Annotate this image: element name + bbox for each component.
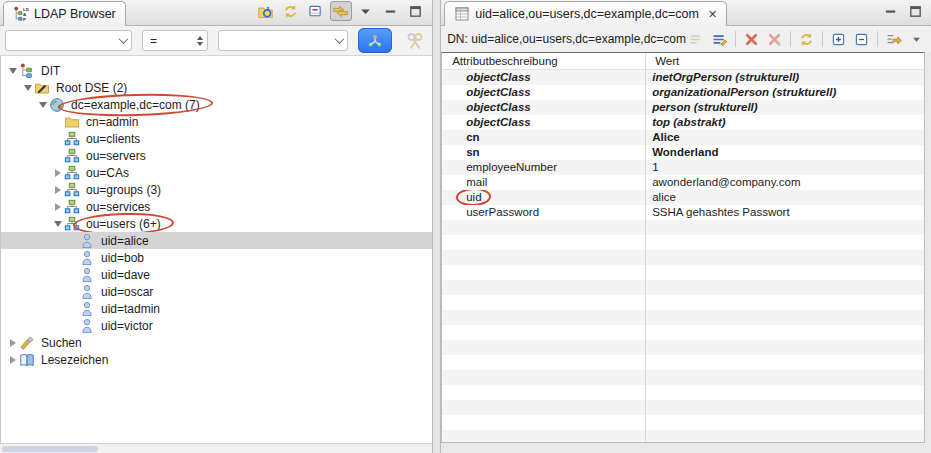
tree-item-lesezeichen[interactable]: Lesezeichen [1, 351, 432, 368]
attribute-row-uid-8[interactable]: uidalice [442, 190, 924, 205]
collapse-values-icon[interactable] [851, 30, 872, 49]
search-operator-combo[interactable]: = [142, 30, 208, 51]
attribute-value-cell[interactable]: person (strukturell) [645, 100, 924, 115]
attribute-row-objectclass-2[interactable]: objectClassperson (strukturell) [442, 100, 924, 115]
attribute-row-sn-5[interactable]: snWonderland [442, 145, 924, 160]
tree-item-cn-admin[interactable]: cn=admin [1, 113, 432, 130]
tree-item-uid-tadmin[interactable]: uid=tadmin [1, 300, 432, 317]
tree-item-dc-example-dc-com-7-[interactable]: dc=example,dc=com (7) [1, 96, 432, 113]
tree-item-root-dse-2-[interactable]: Root DSE (2) [1, 79, 432, 96]
open-search-dialog-icon[interactable] [255, 1, 277, 21]
maximize-icon[interactable] [405, 1, 427, 21]
person-icon [79, 301, 95, 317]
tree-item-suchen[interactable]: Suchen [1, 334, 432, 351]
search-operator-value: = [143, 34, 193, 48]
attribute-row-cn-4[interactable]: cnAlice [442, 130, 924, 145]
menu-chevron-icon[interactable] [906, 30, 927, 49]
attribute-name-cell[interactable]: mail [442, 175, 645, 190]
delete-value-icon[interactable] [741, 30, 762, 49]
attribute-value-cell[interactable]: organizationalPerson (strukturell) [645, 85, 924, 100]
attribute-value-cell[interactable]: Alice [645, 130, 924, 145]
fetch-operational-attributes-icon[interactable] [883, 30, 904, 49]
chevron-expanded-icon[interactable] [36, 102, 49, 108]
attribute-row-employeenumber-6[interactable]: employeeNumber1 [442, 160, 924, 175]
tab-ldap-browser[interactable]: LDAP LDAP Browser [3, 1, 126, 26]
maximize-icon[interactable] [904, 1, 926, 21]
minimize-icon[interactable] [380, 1, 402, 21]
chevron-down-icon[interactable] [331, 37, 347, 44]
attribute-value-cell[interactable]: alice [645, 190, 924, 205]
refresh-icon[interactable] [280, 1, 302, 21]
tree-item-uid-oscar[interactable]: uid=oscar [1, 283, 432, 300]
run-quick-search-button[interactable] [358, 28, 392, 53]
tree-item-ou-services[interactable]: ou=services [1, 198, 432, 215]
tree-item-ou-clients[interactable]: ou=clients [1, 130, 432, 147]
attribute-name-cell[interactable]: uid [442, 190, 645, 205]
chevron-down-icon[interactable] [115, 37, 131, 44]
chevron-collapsed-icon[interactable] [51, 186, 64, 194]
chevron-collapsed-icon[interactable] [6, 356, 19, 364]
attribute-value-cell[interactable]: top (abstrakt) [645, 115, 924, 130]
tab-entry-editor[interactable]: uid=alice,ou=users,dc=example,dc=com ✕ [444, 1, 727, 26]
expand-values-icon[interactable] [828, 30, 849, 49]
tree-item-ou-users-6-[interactable]: ou=users (6+) [1, 215, 432, 232]
attribute-row-userpassword-9[interactable]: userPasswordSSHA gehashtes Passwort [442, 205, 924, 220]
refresh-icon[interactable] [796, 30, 817, 49]
attribute-value-cell[interactable]: 1 [645, 160, 924, 175]
attribute-name-cell[interactable]: sn [442, 145, 645, 160]
tree-item-uid-victor[interactable]: uid=victor [1, 317, 432, 334]
tree-item-ou-servers[interactable]: ou=servers [1, 147, 432, 164]
quick-search-icon [402, 29, 428, 53]
search-attribute-combo[interactable] [5, 30, 132, 51]
panel-divider[interactable] [433, 0, 441, 453]
attribute-name-cell[interactable]: objectClass [442, 100, 645, 115]
tree-item-dit[interactable]: DIT [1, 62, 432, 79]
edit-value-icon[interactable] [709, 30, 730, 49]
link-with-editor-icon[interactable] [330, 1, 352, 21]
chevron-collapsed-icon[interactable] [51, 203, 64, 211]
chevron-expanded-icon[interactable] [6, 68, 19, 74]
tree-item-label: dc=example,dc=com (7) [69, 98, 202, 112]
attribute-row-objectclass-1[interactable]: objectClassorganizationalPerson (struktu… [442, 85, 924, 100]
dit-icon [19, 63, 35, 79]
scrollbar-thumb[interactable] [2, 446, 98, 452]
column-divider[interactable] [645, 53, 646, 442]
attribute-value: SSHA gehashtes Passwort [652, 206, 789, 218]
column-header-value[interactable]: Wert [645, 55, 924, 67]
tree-item-label: DIT [39, 64, 62, 78]
minimize-icon[interactable] [879, 1, 901, 21]
attribute-row-objectclass-0[interactable]: objectClassinetOrgPerson (strukturell) [442, 70, 924, 85]
attribute-name-cell[interactable]: objectClass [442, 85, 645, 100]
attribute-name-cell[interactable]: objectClass [442, 70, 645, 85]
tree-item-ou-groups-3-[interactable]: ou=groups (3) [1, 181, 432, 198]
view-menu-icon[interactable] [355, 1, 377, 21]
attribute-value-cell[interactable]: inetOrgPerson (strukturell) [645, 70, 924, 85]
attribute-row-mail-7[interactable]: mailawonderland@company.com [442, 175, 924, 190]
attribute-name-cell[interactable]: employeeNumber [442, 160, 645, 175]
search-value-combo[interactable] [218, 30, 348, 51]
chevron-collapsed-icon[interactable] [51, 169, 64, 177]
tree-item-label: ou=clients [84, 132, 142, 146]
tree-item-label: uid=alice [99, 234, 151, 248]
chevron-collapsed-icon[interactable] [6, 339, 19, 347]
collapse-all-icon[interactable] [305, 1, 327, 21]
chevron-expanded-icon[interactable] [51, 221, 64, 227]
tree-item-uid-dave[interactable]: uid=dave [1, 266, 432, 283]
attribute-row-objectclass-3[interactable]: objectClasstop (abstrakt) [442, 115, 924, 130]
tree-item-uid-bob[interactable]: uid=bob [1, 249, 432, 266]
tree-item-ou-cas[interactable]: ou=CAs [1, 164, 432, 181]
attribute-name-cell[interactable]: cn [442, 130, 645, 145]
attribute-value-cell[interactable]: Wonderland [645, 145, 924, 160]
attribute-value-cell[interactable]: awonderland@company.com [645, 175, 924, 190]
stepper-icon[interactable] [193, 31, 207, 50]
close-icon[interactable]: ✕ [708, 8, 717, 21]
folder-edit-icon [34, 80, 50, 96]
attribute-name-cell[interactable]: objectClass [442, 115, 645, 130]
chevron-expanded-icon[interactable] [21, 85, 34, 91]
attribute-value: awonderland@company.com [652, 176, 800, 188]
attribute-name-cell[interactable]: userPassword [442, 205, 645, 220]
tree-item-uid-alice[interactable]: uid=alice [1, 232, 432, 249]
column-header-attribute[interactable]: Attributbeschreibung [442, 55, 645, 67]
horizontal-scrollbar[interactable] [0, 443, 432, 453]
attribute-value-cell[interactable]: SSHA gehashtes Passwort [645, 205, 924, 220]
